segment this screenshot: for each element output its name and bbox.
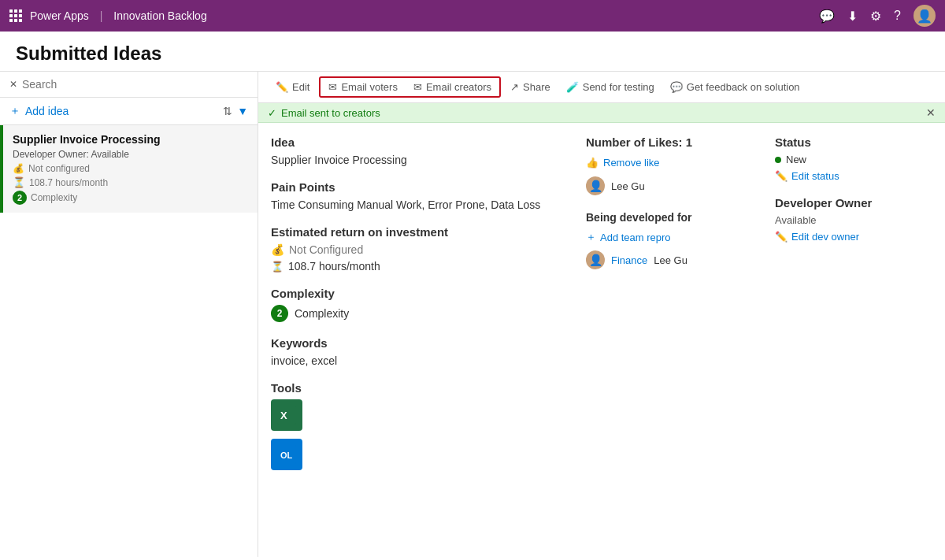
success-banner: ✓ Email sent to creators ✕ (258, 103, 945, 123)
dev-owner-title: Developer Owner (775, 196, 932, 210)
tools-label: Tools (271, 381, 570, 395)
send-for-testing-button[interactable]: 🧪 Send for testing (558, 78, 662, 96)
edit-button[interactable]: ✏️ Edit (268, 78, 317, 96)
share-button[interactable]: ↗ Share (502, 78, 558, 96)
email-voters-label: Email voters (341, 81, 398, 93)
email-voters-icon: ✉ (328, 81, 337, 93)
pain-points-section: Pain Points Time Consuming Manual Work, … (271, 180, 570, 211)
toolbar: ✏️ Edit ✉ Email voters ✉ Email creators … (258, 72, 945, 103)
status-title: Status (775, 135, 932, 149)
dollar-icon: 💰 (13, 163, 24, 174)
get-feedback-label: Get feedback on solution (687, 81, 800, 93)
sort-icon[interactable]: ⇅ (223, 105, 232, 117)
add-team-label: Add team repro (600, 232, 671, 243)
grid-icon[interactable] (9, 9, 22, 22)
edit-dev-owner-button[interactable]: ✏️ Edit dev owner (775, 231, 932, 243)
status-column: Status New ✏️ Edit status Developer Owne… (775, 135, 932, 544)
developer-owner-section: Developer Owner Available ✏️ Edit dev ow… (775, 196, 932, 243)
complexity-section: Complexity 2 Complexity (271, 287, 570, 322)
list-item-title: Supplier Invoice Processing (13, 133, 248, 146)
svg-text:OL: OL (280, 451, 293, 460)
status-value: New (786, 154, 806, 165)
comment-icon[interactable]: 💬 (819, 9, 835, 24)
dismiss-banner-button[interactable]: ✕ (926, 106, 936, 119)
edit-dev-owner-icon: ✏️ (775, 231, 788, 243)
thumbs-up-icon: 👍 (586, 157, 598, 169)
list-item-not-configured-row: 💰 Not configured (13, 163, 248, 174)
email-creators-icon: ✉ (413, 81, 422, 93)
plus-icon: ＋ (9, 104, 20, 118)
get-feedback-button[interactable]: 💬 Get feedback on solution (662, 78, 808, 96)
feedback-icon: 💬 (670, 81, 683, 93)
being-developed-title: Being developed for (586, 211, 759, 224)
like-user-avatar: 👤 (586, 176, 605, 195)
search-bar: ✕ (0, 72, 258, 98)
email-creators-button[interactable]: ✉ Email creators (406, 78, 499, 96)
svg-text:X: X (280, 410, 287, 421)
list-item-complexity-label: Complexity (31, 192, 77, 203)
complexity-text: Complexity (295, 307, 349, 320)
remove-like-button[interactable]: 👍 Remove like (586, 157, 759, 169)
keywords-label: Keywords (271, 336, 570, 350)
list-item[interactable]: Supplier Invoice Processing Developer Ow… (0, 125, 258, 213)
status-dot (775, 157, 781, 163)
page-title: Submitted Ideas (16, 43, 929, 65)
page-header: Submitted Ideas (0, 32, 945, 72)
hourglass-icon: ⏳ (13, 176, 25, 188)
edit-status-button[interactable]: ✏️ Edit status (775, 170, 932, 182)
topbar-powerapps-label: Power Apps (30, 9, 89, 22)
add-idea-button[interactable]: ＋ Add idea (9, 104, 69, 118)
edit-label: Edit (292, 81, 309, 93)
topbar-right: 💬 ⬇ ⚙ ? 👤 (819, 5, 936, 27)
send-for-testing-label: Send for testing (583, 81, 654, 93)
status-value-row: New (775, 154, 932, 165)
outlook-icon: OL (271, 439, 302, 470)
idea-value: Supplier Invoice Processing (271, 154, 570, 166)
help-icon[interactable]: ? (894, 9, 901, 23)
keywords-section: Keywords invoice, excel (271, 336, 570, 367)
team-name: Finance (611, 254, 647, 266)
complexity-row: 2 Complexity (271, 305, 570, 322)
add-idea-label: Add idea (25, 105, 69, 117)
like-user-name: Lee Gu (611, 180, 645, 192)
right-panel: ✏️ Edit ✉ Email voters ✉ Email creators … (258, 72, 945, 557)
search-input[interactable] (22, 78, 248, 91)
edit-status-label: Edit status (791, 170, 839, 182)
dev-owner-value: Available (775, 214, 932, 226)
pain-points-value: Time Consuming Manual Work, Error Prone,… (271, 198, 570, 211)
roi-section: Estimated return on investment 💰 Not Con… (271, 225, 570, 273)
roi-not-configured-row: 💰 Not Configured (271, 243, 570, 256)
checkmark-icon: ✓ (268, 107, 276, 119)
likes-title: Number of Likes: 1 (586, 135, 759, 149)
list-item-complexity-row: 2 Complexity (13, 191, 248, 205)
complexity-badge: 2 (13, 191, 27, 205)
list-item-meta: 💰 Not configured ⏳ 108.7 hours/month 2 C… (13, 163, 248, 205)
tools-list: X OL (271, 399, 570, 470)
idea-section: Idea Supplier Invoice Processing (271, 135, 570, 166)
email-creators-label: Email creators (426, 81, 491, 93)
edit-icon: ✏️ (276, 81, 288, 93)
left-panel: ✕ ＋ Add idea ⇅ ▼ Supplier Invoice Proces… (0, 72, 258, 557)
main-layout: ✕ ＋ Add idea ⇅ ▼ Supplier Invoice Proces… (0, 72, 945, 557)
list-item-not-configured: Not configured (28, 163, 90, 174)
settings-icon[interactable]: ⚙ (870, 9, 881, 24)
team-row: 👤 Finance Lee Gu (586, 250, 759, 269)
complexity-label: Complexity (271, 287, 570, 300)
edit-dev-owner-label: Edit dev owner (791, 231, 859, 243)
content-area: Idea Supplier Invoice Processing Pain Po… (258, 123, 945, 557)
clear-search-button[interactable]: ✕ (9, 79, 17, 90)
topbar: Power Apps | Innovation Backlog 💬 ⬇ ⚙ ? … (0, 0, 945, 32)
list-item-hours-row: ⏳ 108.7 hours/month (13, 176, 248, 188)
roi-hours: 108.7 hours/month (288, 260, 380, 273)
add-team-plus-icon: ＋ (586, 230, 596, 244)
filter-icon[interactable]: ▼ (237, 105, 248, 117)
roi-label: Estimated return on investment (271, 225, 570, 239)
team-avatar: 👤 (586, 250, 605, 269)
user-avatar[interactable]: 👤 (914, 5, 936, 27)
share-label: Share (523, 81, 550, 93)
like-user-row: 👤 Lee Gu (586, 176, 759, 195)
email-voters-button[interactable]: ✉ Email voters (321, 78, 406, 96)
add-team-button[interactable]: ＋ Add team repro (586, 230, 759, 244)
hourglass-icon-2: ⏳ (271, 261, 284, 273)
download-icon[interactable]: ⬇ (847, 9, 858, 24)
